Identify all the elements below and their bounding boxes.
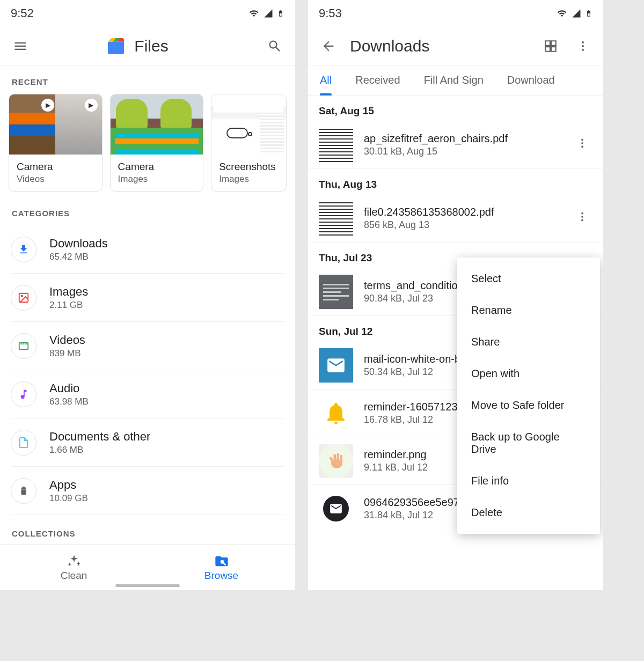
category-row-document[interactable]: Documents & other1.66 MB [11, 418, 284, 467]
android-icon [11, 478, 36, 504]
svg-point-12 [581, 219, 583, 222]
card-title: Camera [118, 161, 196, 173]
recent-card-camera-images[interactable]: Camera Images [110, 94, 204, 192]
file-name: file0.243586135368002.pdf [364, 206, 561, 218]
gesture-handle[interactable] [115, 584, 180, 587]
download-icon [11, 237, 36, 262]
file-more-button[interactable] [572, 207, 592, 230]
svg-point-5 [582, 45, 584, 47]
menu-item-rename[interactable]: Rename [457, 295, 600, 326]
play-icon: ▶ [46, 101, 50, 109]
battery-icon [277, 8, 284, 19]
file-thumb [319, 201, 353, 236]
category-name: Audio [49, 381, 89, 395]
file-more-button[interactable] [572, 133, 592, 157]
tab-fill-and-sign[interactable]: Fill And Sign [424, 65, 484, 95]
context-menu: SelectRenameShareOpen withMove to Safe f… [457, 258, 600, 534]
recent-cards-row: ▶ ▶ Camera Videos Camera Images [0, 94, 295, 197]
category-name: Downloads [49, 237, 108, 251]
tab-all[interactable]: All [320, 65, 332, 95]
menu-item-move-to-safe-folder[interactable]: Move to Safe folder [457, 390, 600, 421]
more-vert-icon [576, 137, 588, 149]
wifi-icon [556, 9, 568, 18]
menu-item-share[interactable]: Share [457, 326, 600, 358]
svg-point-1 [21, 295, 23, 297]
section-collections-header: Collections [0, 515, 295, 546]
category-size: 1.66 MB [49, 445, 150, 456]
category-name: Videos [49, 333, 85, 347]
nav-browse[interactable]: Browse [148, 545, 295, 590]
arrow-back-icon [321, 39, 336, 54]
tab-received[interactable]: Received [355, 65, 400, 95]
menu-item-back-up-to-google-drive[interactable]: Back up to Google Drive [457, 421, 600, 465]
svg-point-6 [582, 49, 584, 51]
search-button[interactable] [264, 35, 286, 57]
signal-icon [571, 9, 582, 18]
svg-point-9 [581, 146, 583, 148]
recent-card-screenshots[interactable]: Screenshots Images [211, 94, 287, 192]
nav-clean-label: Clean [61, 570, 87, 582]
card-subtitle: Images [118, 174, 196, 185]
phone-right: 9:53 Downloads AllReceivedFill And SignD… [308, 0, 603, 590]
svg-point-4 [582, 41, 584, 43]
grid-view-button[interactable] [540, 35, 561, 57]
menu-item-open-with[interactable]: Open with [457, 358, 600, 390]
category-row-movie[interactable]: Videos839 MB [11, 322, 284, 370]
status-bar: 9:53 [308, 0, 603, 27]
file-row[interactable]: ap_sizefitref_aeron_chairs.pdf30.01 kB, … [308, 121, 603, 169]
category-name: Apps [49, 478, 88, 492]
app-title: Files [134, 37, 168, 55]
movie-icon [11, 333, 36, 359]
search-icon [267, 39, 282, 54]
file-name: ap_sizefitref_aeron_chairs.pdf [364, 133, 561, 145]
svg-point-10 [581, 212, 583, 215]
file-thumb [319, 491, 353, 526]
recent-card-camera-videos[interactable]: ▶ ▶ Camera Videos [9, 94, 103, 192]
category-row-download[interactable]: Downloads65.42 MB [11, 225, 284, 274]
file-thumb [319, 396, 353, 430]
document-icon [11, 430, 36, 456]
bottom-nav: Clean Browse [0, 544, 295, 590]
file-meta: 856 kB, Aug 13 [364, 219, 561, 231]
status-icons [556, 8, 592, 19]
status-time: 9:53 [319, 6, 342, 20]
section-categories-header: Categories [0, 197, 295, 225]
file-row[interactable]: file0.243586135368002.pdf856 kB, Aug 13 [308, 195, 603, 243]
music-icon [11, 381, 36, 407]
card-subtitle: Images [219, 174, 279, 185]
category-row-music[interactable]: Audio63.98 MB [11, 370, 284, 418]
tab-download[interactable]: Download [507, 65, 555, 95]
menu-item-delete[interactable]: Delete [457, 497, 600, 528]
categories-list: Downloads65.42 MBImages2.11 GBVideos839 … [0, 225, 295, 515]
phone-left: 9:52 Files Recent [0, 0, 295, 590]
menu-item-select[interactable]: Select [457, 263, 600, 295]
file-thumb [319, 128, 353, 162]
category-size: 2.11 GB [49, 300, 88, 311]
app-bar: Files [0, 27, 295, 65]
more-button[interactable] [572, 35, 594, 57]
category-size: 839 MB [49, 348, 85, 359]
wifi-icon [248, 9, 260, 18]
svg-point-7 [581, 139, 583, 141]
signal-icon [263, 9, 274, 18]
file-thumb [319, 348, 353, 383]
svg-point-11 [581, 216, 583, 218]
category-row-android[interactable]: Apps10.09 GB [11, 467, 284, 515]
back-button[interactable] [318, 35, 339, 57]
category-size: 65.42 MB [49, 252, 108, 262]
app-bar: Downloads [308, 27, 603, 65]
section-recent-header: Recent [0, 65, 295, 94]
more-vert-icon [576, 211, 588, 223]
menu-item-file-info[interactable]: File info [457, 465, 600, 497]
image-icon [11, 285, 36, 311]
file-meta: 30.01 kB, Aug 15 [364, 146, 561, 157]
card-title: Screenshots [219, 161, 279, 173]
card-subtitle: Videos [17, 174, 94, 185]
date-header: Sat, Aug 15 [308, 96, 603, 121]
nav-clean[interactable]: Clean [0, 545, 148, 590]
category-row-image[interactable]: Images2.11 GB [11, 274, 284, 322]
date-header: Thu, Aug 13 [308, 169, 603, 195]
status-bar: 9:52 [0, 0, 295, 27]
play-icon: ▶ [89, 101, 93, 109]
app-title: Downloads [350, 37, 429, 55]
